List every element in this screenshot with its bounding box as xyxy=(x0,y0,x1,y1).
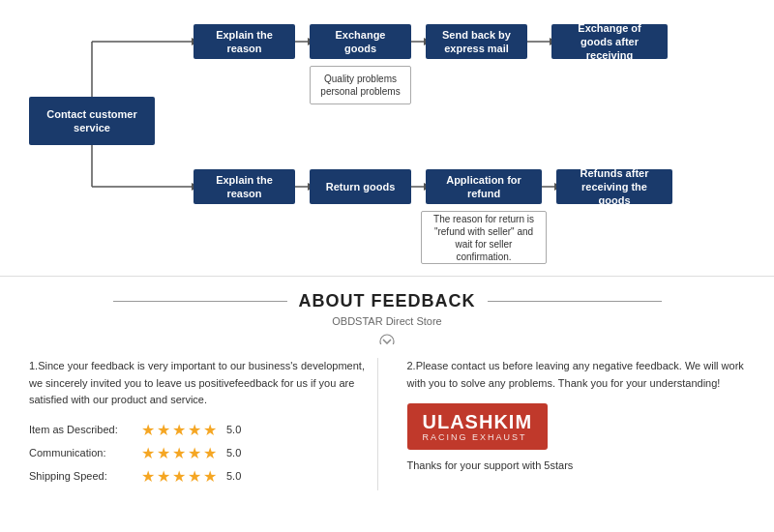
rating-row-item: Item as Described: ★ ★ ★ ★ ★ 5.0 xyxy=(29,421,368,439)
brand-box: ULASHKIM RACING EXHAUST xyxy=(407,403,549,450)
brand-thanks: Thanks for your support with 5stars xyxy=(407,459,746,471)
feedback-body: 1.Since your feedback is very important … xyxy=(29,358,745,490)
feedback-left-text: 1.Since your feedback is very important … xyxy=(29,358,368,409)
explain-bottom-node: Explain the reason xyxy=(194,169,295,204)
score-ship: 5.0 xyxy=(226,470,241,482)
flowchart-section: Contact customer service Explain the rea… xyxy=(0,0,774,276)
rating-row-ship: Shipping Speed: ★ ★ ★ ★ ★ 5.0 xyxy=(29,467,368,486)
app-refund-node: Application for refund xyxy=(426,169,542,204)
rating-row-comm: Communication: ★ ★ ★ ★ ★ 5.0 xyxy=(29,444,368,462)
feedback-left: 1.Since your feedback is very important … xyxy=(29,358,378,490)
start-node: Contact customer service xyxy=(29,97,155,145)
score-comm: 5.0 xyxy=(226,447,241,458)
return-goods-node: Return goods xyxy=(310,169,411,204)
feedback-right: 2.Please contact us before leaving any n… xyxy=(398,358,746,490)
send-back-node: Send back by express mail xyxy=(426,24,527,59)
explain-top-node: Explain the reason xyxy=(194,24,295,59)
quality-note-node: Quality problems personal problems xyxy=(310,66,411,104)
rating-label-item: Item as Described: xyxy=(29,424,135,435)
rating-label-comm: Communication: xyxy=(29,447,135,458)
brand-sub: RACING EXHAUST xyxy=(423,432,533,442)
refunds-after-node: Refunds after receiving the goods xyxy=(556,169,672,204)
feedback-title: ABOUT FEEDBACK xyxy=(299,291,476,311)
exchange-goods-node: Exchange goods xyxy=(310,24,411,59)
exchange-after-node: Exchange of goods after receiving xyxy=(551,24,668,59)
feedback-subtitle: OBDSTAR Direct Store xyxy=(29,315,745,327)
flow-container: Contact customer service Explain the rea… xyxy=(19,10,755,261)
score-item: 5.0 xyxy=(226,424,241,435)
feedback-section: ABOUT FEEDBACK OBDSTAR Direct Store 1.Si… xyxy=(0,276,774,505)
feedback-right-text: 2.Please contact us before leaving any n… xyxy=(407,358,746,392)
header-line-left xyxy=(113,301,287,302)
stars-comm: ★ ★ ★ ★ ★ xyxy=(141,444,217,462)
stars-ship: ★ ★ ★ ★ ★ xyxy=(141,467,217,486)
chevron-down-icon xyxy=(29,331,745,348)
refund-note-node: The reason for return is "refund with se… xyxy=(421,211,547,264)
header-line-right xyxy=(488,301,662,302)
stars-item: ★ ★ ★ ★ ★ xyxy=(141,421,217,439)
feedback-header: ABOUT FEEDBACK xyxy=(29,291,745,311)
rating-label-ship: Shipping Speed: xyxy=(29,470,135,482)
brand-name: ULASHKIM xyxy=(423,411,533,432)
